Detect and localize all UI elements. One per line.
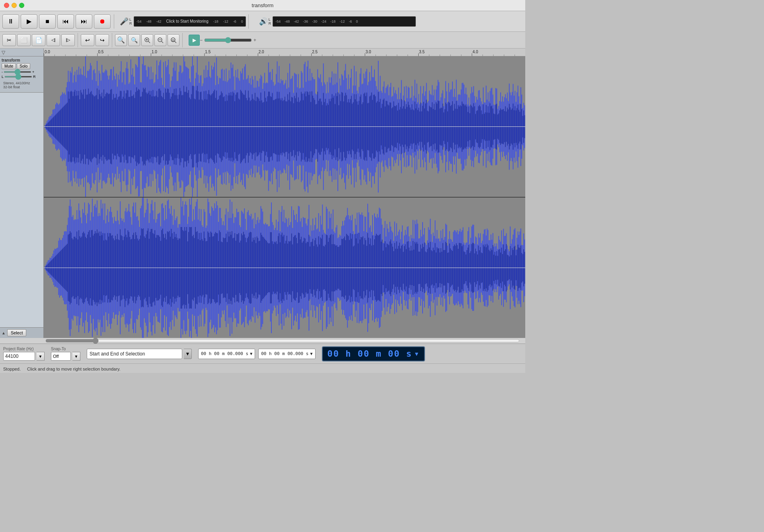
record-button[interactable]: ⏺ xyxy=(94,14,111,29)
track-canvas-area: 1.0 0.5- 0.0- -0.5- -1.0 1.0 0.5- 0.0- -… xyxy=(44,49,525,338)
track-name: transform xyxy=(2,58,42,62)
copy-button[interactable]: ⬜ xyxy=(17,34,31,46)
maximize-button[interactable] xyxy=(19,3,24,8)
snap-to-value[interactable]: Off xyxy=(51,352,71,361)
status-bar: Stopped. Click and drag to move right se… xyxy=(0,363,525,373)
snap-dropdown-group: Start and End of Selection ▼ xyxy=(87,349,192,359)
svg-line-4 xyxy=(162,41,163,43)
start-time-display[interactable]: 00 h 00 m 00.000 s ▼ xyxy=(198,349,255,359)
edit-toolbar: ✂ ⬜ 📄 ◁| |▷ ↩ ↪ 🔍 🔍− ▶ − + xyxy=(0,32,525,49)
microphone-icon: 🎤 xyxy=(120,17,129,26)
svg-line-7 xyxy=(175,41,176,43)
trim-audio-left-button[interactable]: ◁| xyxy=(47,34,60,46)
window-controls xyxy=(4,3,24,8)
transport-toolbar: ⏸ ▶ ■ ⏮ ⏭ ⏺ 🎤 LR -54 -48 -42 Click to St… xyxy=(0,11,525,32)
gain-plus-label: + xyxy=(32,70,34,74)
edit-divider-2 xyxy=(112,33,112,47)
output-meter: -54 -48 -42 -36 -30 -24 -18 -12 -6 0 xyxy=(273,16,416,27)
zoom-fit-button[interactable] xyxy=(154,34,166,46)
speed-slider[interactable] xyxy=(204,37,252,43)
stop-button[interactable]: ■ xyxy=(39,14,56,29)
zoom-in-button[interactable]: 🔍 xyxy=(115,34,127,46)
speaker-icon: 🔊 xyxy=(259,17,268,26)
cut-button[interactable]: ✂ xyxy=(2,34,16,46)
project-rate-row: ▼ xyxy=(3,352,45,361)
track-panel: ▽ transform Mute Solo - + L R Stereo, 44… xyxy=(0,49,44,338)
snap-dropdown-row: Start and End of Selection ▼ xyxy=(87,349,192,359)
end-time-value: 00 h 00 m 00.000 s xyxy=(261,351,308,356)
horizontal-scrollbar[interactable] xyxy=(45,339,520,343)
snap-to-group: Snap-To Off ▼ xyxy=(51,347,80,361)
collapse-track-arrow[interactable]: ▽ xyxy=(2,50,5,55)
solo-button[interactable]: Solo xyxy=(17,63,30,69)
snap-to-select[interactable]: Start and End of Selection xyxy=(87,349,182,359)
main-area: ▽ transform Mute Solo - + L R Stereo, 44… xyxy=(0,49,525,338)
bottom-channel-track[interactable]: 1.0 0.5- 0.0- -0.5- -1.0 xyxy=(44,198,525,338)
bottom-waveform-canvas[interactable] xyxy=(44,198,525,338)
pause-button[interactable]: ⏸ xyxy=(2,14,19,29)
top-channel-track[interactable]: 1.0 0.5- 0.0- -0.5- -1.0 xyxy=(44,56,525,198)
start-time-arrow[interactable]: ▼ xyxy=(250,351,252,356)
main-time-digits: 00 h 00 m 00 s xyxy=(327,349,412,359)
playback-speed-area: ▶ − + xyxy=(189,35,256,46)
edit-divider-3 xyxy=(182,33,183,47)
end-time-display[interactable]: 00 h 00 m 00.000 s ▼ xyxy=(258,349,315,359)
pan-left-label: L xyxy=(2,75,4,79)
plus-label: + xyxy=(253,37,256,43)
zoom-out-full-button[interactable] xyxy=(168,34,179,46)
track-buttons: Mute Solo xyxy=(2,63,42,69)
end-time-arrow[interactable]: ▼ xyxy=(310,351,312,356)
toolbar-divider-1 xyxy=(114,14,114,29)
snap-to-label: Snap-To xyxy=(51,347,80,351)
pan-slider[interactable] xyxy=(4,76,32,78)
project-rate-dropdown[interactable]: ▼ xyxy=(37,352,45,361)
horizontal-scrollbar-area xyxy=(0,338,525,344)
snap-to-row: Off ▼ xyxy=(51,352,80,361)
monitoring-label[interactable]: Click to Start Monitoring xyxy=(166,19,209,23)
top-waveform-canvas[interactable] xyxy=(44,56,525,197)
skip-forward-button[interactable]: ⏭ xyxy=(76,14,92,29)
snap-to-select-arrow[interactable]: ▼ xyxy=(184,349,192,359)
pan-right-label: R xyxy=(33,75,36,79)
zoom-out-button[interactable]: 🔍− xyxy=(128,34,140,46)
minus-label: − xyxy=(200,37,203,43)
track-panel-header: ▽ xyxy=(0,49,43,56)
skip-back-button[interactable]: ⏮ xyxy=(57,14,74,29)
gain-slider[interactable] xyxy=(4,71,31,73)
undo-button[interactable]: ↩ xyxy=(81,34,94,46)
time-display-row: 00 h 00 m 00.000 s ▼ 00 h 00 m 00.000 s … xyxy=(198,349,316,359)
mute-button[interactable]: Mute xyxy=(2,63,16,69)
stopped-label: Stopped. xyxy=(3,367,21,371)
redo-button[interactable]: ↪ xyxy=(96,34,109,46)
start-time-value: 00 h 00 m 00.000 s xyxy=(201,351,248,356)
edit-divider-1 xyxy=(78,33,78,47)
output-lr-label: LR xyxy=(269,17,271,25)
track-select-area: ▲ Select xyxy=(0,327,43,338)
input-meter: -54 -48 -42 Click to Start Monitoring -1… xyxy=(134,16,246,27)
play-at-speed-button[interactable]: ▶ xyxy=(189,35,200,46)
meter-lr-label: LR xyxy=(129,17,132,25)
paste-button[interactable]: 📄 xyxy=(32,34,45,46)
hint-label: Click and drag to move right selection b… xyxy=(27,367,121,371)
close-button[interactable] xyxy=(4,3,9,8)
track-sample-rate: Stereo, 44100Hz xyxy=(3,81,40,85)
select-button[interactable]: Select xyxy=(7,329,27,336)
main-time-display: 00 h 00 m 00 s ▼ xyxy=(322,346,425,361)
main-time-arrow[interactable]: ▼ xyxy=(414,351,419,357)
track-pan-control: L R xyxy=(2,75,42,79)
meter-area: 🎤 LR -54 -48 -42 Click to Start Monitori… xyxy=(120,14,523,29)
track-bit-depth: 32-bit float xyxy=(3,85,40,89)
minimize-button[interactable] xyxy=(12,3,17,8)
project-rate-group: Project Rate (Hz) ▼ xyxy=(3,347,45,361)
track-collapse-arrow[interactable]: ▲ xyxy=(2,331,6,335)
controls-bar: Project Rate (Hz) ▼ Snap-To Off ▼ Start … xyxy=(0,344,525,363)
track-info: Stereo, 44100Hz 32-bit float xyxy=(2,80,42,91)
time-display-group: 00 h 00 m 00.000 s ▼ 00 h 00 m 00.000 s … xyxy=(198,349,316,359)
project-rate-input[interactable] xyxy=(3,352,35,361)
title-bar: transform xyxy=(0,0,525,11)
snap-to-dropdown[interactable]: ▼ xyxy=(72,352,80,361)
trim-audio-right-button[interactable]: |▷ xyxy=(61,34,75,46)
project-rate-label: Project Rate (Hz) xyxy=(3,347,45,351)
zoom-selection-button[interactable] xyxy=(141,34,153,46)
play-button[interactable]: ▶ xyxy=(21,14,37,29)
